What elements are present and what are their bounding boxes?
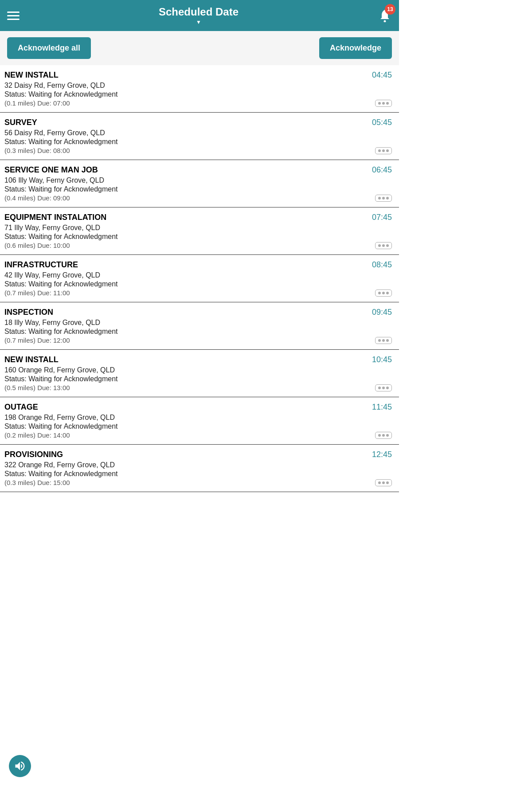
job-list: NEW INSTALL 04:45 32 Daisy Rd, Ferny Gro… [0,65,399,492]
action-bar: Acknowledge all Acknowledge [0,31,399,65]
job-meta-row: (0.3 miles) Due: 08:00 [4,147,392,154]
list-item[interactable]: NEW INSTALL 10:45 160 Orange Rd, Ferny G… [0,350,399,397]
list-item[interactable]: SERVICE ONE MAN JOB 06:45 106 Illy Way, … [0,160,399,207]
job-meta-row: (0.6 miles) Due: 10:00 [4,242,392,249]
job-distance-due-label: (0.5 miles) Due: 13:00 [4,384,70,391]
job-type-label: NEW INSTALL [4,355,59,364]
job-distance-due-label: (0.3 miles) Due: 15:00 [4,479,70,486]
job-type-label: NEW INSTALL [4,70,59,80]
job-meta-row: (0.5 miles) Due: 13:00 [4,384,392,391]
job-time-label: 04:45 [372,70,392,80]
job-meta-row: (0.3 miles) Due: 15:00 [4,479,392,486]
job-address-label: 42 Illy Way, Ferny Grove, QLD [4,271,392,279]
job-distance-due-label: (0.3 miles) Due: 08:00 [4,147,70,154]
job-status-label: Status: Waiting for Acknowledgment [4,90,392,98]
job-time-label: 08:45 [372,260,392,270]
job-status-label: Status: Waiting for Acknowledgment [4,470,392,478]
list-item[interactable]: EQUIPMENT INSTALATION 07:45 71 Illy Way,… [0,207,399,255]
svg-point-0 [383,20,386,23]
job-options-dots[interactable] [375,384,392,391]
job-type-label: SURVEY [4,118,37,127]
header-title-container: Scheduled Date ▼ [159,6,239,25]
job-header-row: SERVICE ONE MAN JOB 06:45 [4,165,392,175]
job-distance-due-label: (0.7 miles) Due: 11:00 [4,289,70,297]
job-meta-row: (0.7 miles) Due: 12:00 [4,336,392,344]
job-address-label: 160 Orange Rd, Ferny Grove, QLD [4,366,392,374]
acknowledge-all-button[interactable]: Acknowledge all [7,37,91,59]
job-time-label: 10:45 [372,355,392,364]
acknowledge-button[interactable]: Acknowledge [319,37,392,59]
notification-count-badge: 13 [385,4,395,15]
job-options-dots[interactable] [375,289,392,297]
job-status-label: Status: Waiting for Acknowledgment [4,280,392,288]
job-meta-row: (0.7 miles) Due: 11:00 [4,289,392,297]
job-time-label: 09:45 [372,308,392,317]
job-options-dots[interactable] [375,337,392,344]
job-options-dots[interactable] [375,479,392,486]
job-header-row: NEW INSTALL 04:45 [4,70,392,80]
audio-button[interactable] [9,755,31,777]
job-status-label: Status: Waiting for Acknowledgment [4,138,392,146]
job-header-row: NEW INSTALL 10:45 [4,355,392,364]
menu-button[interactable] [7,12,20,20]
job-header-row: OUTAGE 11:45 [4,403,392,412]
job-meta-row: (0.2 miles) Due: 14:00 [4,431,392,439]
job-status-label: Status: Waiting for Acknowledgment [4,375,392,383]
page-title: Scheduled Date [159,6,239,18]
job-meta-row: (0.4 miles) Due: 09:00 [4,194,392,202]
job-header-row: SURVEY 05:45 [4,118,392,127]
job-type-label: OUTAGE [4,403,38,412]
list-item[interactable]: OUTAGE 11:45 198 Orange Rd, Ferny Grove,… [0,397,399,445]
list-item[interactable]: PROVISIONING 12:45 322 Orange Rd, Ferny … [0,445,399,492]
job-header-row: INSPECTION 09:45 [4,308,392,317]
job-options-dots[interactable] [375,242,392,249]
job-options-dots[interactable] [375,432,392,439]
job-type-label: PROVISIONING [4,450,63,459]
job-options-dots[interactable] [375,195,392,202]
job-address-label: 32 Daisy Rd, Ferny Grove, QLD [4,82,392,90]
job-address-label: 56 Daisy Rd, Ferny Grove, QLD [4,129,392,137]
job-address-label: 322 Orange Rd, Ferny Grove, QLD [4,461,392,469]
list-item[interactable]: SURVEY 05:45 56 Daisy Rd, Ferny Grove, Q… [0,113,399,160]
job-address-label: 198 Orange Rd, Ferny Grove, QLD [4,414,392,422]
job-status-label: Status: Waiting for Acknowledgment [4,185,392,193]
job-time-label: 05:45 [372,118,392,127]
job-distance-due-label: (0.4 miles) Due: 09:00 [4,194,70,202]
sort-arrow-icon: ▼ [196,19,201,25]
job-status-label: Status: Waiting for Acknowledgment [4,422,392,430]
list-item[interactable]: INFRASTRUCTURE 08:45 42 Illy Way, Ferny … [0,255,399,302]
job-time-label: 06:45 [372,165,392,175]
job-status-label: Status: Waiting for Acknowledgment [4,328,392,336]
job-header-row: PROVISIONING 12:45 [4,450,392,459]
job-type-label: SERVICE ONE MAN JOB [4,165,98,175]
job-distance-due-label: (0.6 miles) Due: 10:00 [4,242,70,249]
job-address-label: 106 Illy Way, Ferny Grove, QLD [4,176,392,184]
job-header-row: EQUIPMENT INSTALATION 07:45 [4,213,392,222]
job-time-label: 07:45 [372,213,392,222]
job-options-dots[interactable] [375,147,392,154]
job-address-label: 18 Illy Way, Ferny Grove, QLD [4,319,392,327]
job-type-label: INSPECTION [4,308,53,317]
job-type-label: EQUIPMENT INSTALATION [4,213,106,222]
notification-button[interactable]: 13 [378,8,392,23]
list-item[interactable]: NEW INSTALL 04:45 32 Daisy Rd, Ferny Gro… [0,65,399,113]
job-options-dots[interactable] [375,100,392,107]
job-type-label: INFRASTRUCTURE [4,260,78,270]
job-distance-due-label: (0.7 miles) Due: 12:00 [4,336,70,344]
job-time-label: 12:45 [372,450,392,459]
job-time-label: 11:45 [372,403,392,412]
job-address-label: 71 Illy Way, Ferny Grove, QLD [4,224,392,232]
job-meta-row: (0.1 miles) Due: 07:00 [4,99,392,107]
job-status-label: Status: Waiting for Acknowledgment [4,233,392,241]
job-distance-due-label: (0.1 miles) Due: 07:00 [4,99,70,107]
job-distance-due-label: (0.2 miles) Due: 14:00 [4,431,70,439]
list-item[interactable]: INSPECTION 09:45 18 Illy Way, Ferny Grov… [0,302,399,350]
job-header-row: INFRASTRUCTURE 08:45 [4,260,392,270]
app-header: Scheduled Date ▼ 13 [0,0,399,31]
